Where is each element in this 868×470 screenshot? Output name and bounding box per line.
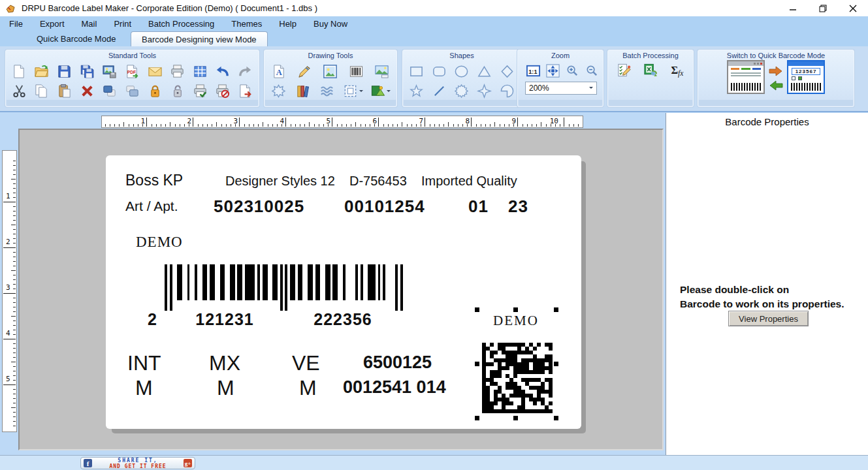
menu-item-export[interactable]: Export — [40, 19, 65, 29]
triangle-button[interactable] — [476, 63, 493, 80]
label-art-number[interactable]: 502310025 — [214, 196, 304, 217]
picture-tool-button[interactable] — [322, 63, 339, 80]
label-number-3[interactable]: 01 — [468, 196, 489, 217]
zoom-in-button[interactable] — [564, 62, 581, 79]
fill-image-tool-button[interactable] — [370, 82, 391, 99]
minimize-button[interactable] — [778, 0, 808, 16]
send-to-back-button[interactable] — [123, 82, 140, 99]
tab-quick-barcode-mode[interactable]: Quick Barcode Mode — [27, 31, 125, 46]
barcode-tool-button[interactable] — [347, 63, 364, 80]
unlock-button[interactable] — [169, 82, 186, 99]
label-col1-bottom[interactable]: M — [135, 376, 153, 400]
ellipse-button[interactable] — [453, 63, 470, 80]
save-button[interactable] — [56, 63, 73, 80]
rectangle-button[interactable] — [408, 63, 425, 80]
fit-view-button[interactable] — [544, 62, 561, 79]
menu-item-help[interactable]: Help — [279, 19, 297, 29]
restore-button[interactable] — [808, 0, 838, 16]
selection-handle-bottom-mid[interactable] — [513, 416, 518, 420]
label-quality-text[interactable]: Imported Quality — [421, 174, 517, 189]
zoom-out-button[interactable] — [583, 62, 600, 79]
label-col2-bottom[interactable]: M — [217, 376, 234, 400]
text-tool-button[interactable]: A — [271, 63, 288, 80]
zoom-level-dropdown[interactable]: 200% — [525, 82, 597, 95]
pie-button[interactable] — [499, 82, 516, 99]
selection-handle-top-right[interactable] — [554, 307, 558, 312]
selection-handle-top-left[interactable] — [475, 307, 479, 312]
bring-to-front-button[interactable] — [101, 82, 118, 99]
rounded-rectangle-button[interactable] — [430, 63, 447, 80]
frame-tool-button[interactable] — [343, 82, 363, 99]
label-col2-top[interactable]: MX — [209, 351, 240, 375]
email-button[interactable] — [146, 63, 163, 80]
delete-button[interactable] — [78, 82, 95, 99]
datamatrix-barcode[interactable] — [482, 343, 553, 413]
switch-to-quick-mode-button[interactable]: 123567 — [698, 60, 854, 94]
label-brand-text[interactable]: Boss KP — [125, 172, 183, 189]
label-col3-bottom[interactable]: M — [299, 376, 317, 400]
print-button[interactable] — [169, 63, 186, 80]
redo-button[interactable] — [237, 63, 254, 80]
share-banner-button[interactable]: f SHARE IT, AND GET IT FREE g+ — [80, 457, 195, 469]
ean13-barcode[interactable]: 2 121231 222356 — [165, 264, 403, 326]
selection-handle-mid-right[interactable] — [554, 362, 558, 366]
excel-import-button[interactable] — [642, 61, 659, 78]
label-col3-top[interactable]: VE — [292, 351, 320, 375]
save-as-button[interactable] — [78, 63, 95, 80]
datamatrix-pattern — [482, 343, 553, 413]
menu-item-buy-now[interactable]: Buy Now — [313, 19, 347, 29]
close-button[interactable] — [838, 0, 868, 16]
label-number-4[interactable]: 23 — [508, 196, 528, 217]
menu-item-print[interactable]: Print — [114, 19, 131, 29]
redo-icon — [238, 64, 253, 79]
new-document-button[interactable] — [10, 63, 27, 80]
label-style-text[interactable]: Designer Styles 12 — [225, 174, 335, 189]
selection-handle-bottom-right[interactable] — [554, 416, 558, 420]
menu-item-mail[interactable]: Mail — [82, 19, 97, 29]
star-button[interactable] — [408, 82, 425, 99]
formula-icon: Σfx — [670, 63, 685, 78]
label-art-label[interactable]: Art / Apt. — [125, 198, 178, 214]
label-lot-number[interactable]: 00101254 — [344, 196, 425, 217]
copy-button[interactable] — [33, 82, 50, 99]
grid-button[interactable] — [191, 63, 208, 80]
paste-button[interactable] — [56, 82, 73, 99]
print-preview-button[interactable] — [191, 82, 208, 99]
undo-button[interactable] — [214, 63, 231, 80]
print-disable-button[interactable] — [214, 82, 231, 99]
tab-barcode-designing-mode[interactable]: Barcode Designing view Mode — [131, 31, 268, 46]
datamatrix-demo-text[interactable]: DEMO — [493, 313, 539, 329]
batch-list-button[interactable] — [615, 61, 632, 78]
actual-size-button[interactable]: 1:1 — [524, 62, 541, 79]
selection-handle-bottom-left[interactable] — [475, 416, 479, 420]
seal-button[interactable] — [453, 82, 470, 99]
diamond-button[interactable] — [499, 63, 516, 80]
cut-button[interactable] — [10, 82, 27, 99]
library-tool-button[interactable] — [295, 82, 312, 99]
menu-item-themes[interactable]: Themes — [231, 19, 262, 29]
formula-button[interactable]: Σfx — [669, 61, 686, 78]
label-code-text[interactable]: D-756453 — [349, 174, 407, 189]
pencil-tool-button[interactable] — [297, 63, 313, 80]
selection-handle-mid-left[interactable] — [475, 362, 479, 366]
label-serial-top[interactable]: 6500125 — [355, 352, 432, 373]
star-4-button[interactable] — [476, 82, 493, 99]
shape-tool-button[interactable] — [270, 82, 287, 99]
selection-handle-top-mid[interactable] — [513, 307, 518, 312]
menu-item-file[interactable]: File — [9, 19, 23, 29]
label-col1-top[interactable]: INT — [127, 351, 161, 375]
export-image-button[interactable] — [101, 63, 118, 80]
view-properties-button[interactable]: View Properties — [728, 311, 809, 326]
menu-item-batch-processing[interactable]: Batch Processing — [148, 19, 214, 29]
label-serial-bottom[interactable]: 0012541 014 — [343, 377, 433, 398]
watermark-tool-button[interactable] — [319, 82, 336, 99]
group-zoom: Zoom 1:1 200% — [517, 50, 603, 107]
label-card[interactable]: Boss KP Designer Styles 12 D-756453 Impo… — [106, 155, 581, 429]
image-text-tool-button[interactable] — [373, 63, 390, 80]
open-file-button[interactable] — [33, 63, 50, 80]
demo-watermark-text[interactable]: DEMO — [136, 234, 183, 251]
export-pdf-button[interactable]: PDF — [123, 63, 140, 80]
line-button[interactable] — [430, 82, 447, 99]
export-file-button[interactable] — [237, 82, 254, 99]
lock-button[interactable] — [146, 82, 163, 99]
